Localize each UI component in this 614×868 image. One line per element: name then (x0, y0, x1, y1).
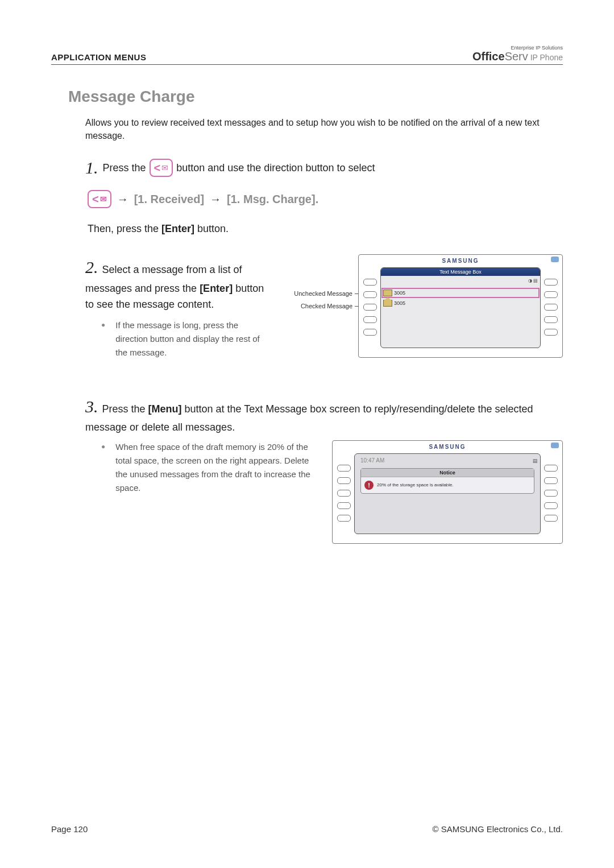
soft-key[interactable] (544, 515, 558, 522)
step-2-text: 2. Select a message from a list of messa… (85, 254, 273, 359)
soft-key[interactable] (337, 477, 351, 484)
message-hardkey-icon: < ✉ (88, 190, 111, 208)
step-1-pre: Press the (103, 162, 146, 174)
message-hardkey-icon: < ✉ (150, 159, 173, 177)
left-softkeys (337, 453, 351, 534)
brand-tail: IP Phone (528, 53, 563, 62)
soft-key[interactable] (544, 304, 558, 311)
soft-key[interactable] (363, 279, 377, 286)
screen-titlebar: Text Message Box (381, 268, 540, 276)
step-3-number: 3. (85, 397, 98, 416)
device-screen: ◑ ▤ Text Message Box 3005 3005 (380, 267, 541, 348)
chevron-left-icon: < (154, 162, 161, 173)
message-row-checked[interactable]: 3005 (383, 300, 538, 307)
content-body: Message Charge Allows you to review rece… (51, 65, 563, 544)
chevron-left-icon: < (92, 193, 99, 205)
phone-device-illustration: SAMSUNG 10:47 AM ▤ (332, 440, 563, 544)
step-2-main: 2. Select a message from a list of messa… (85, 254, 273, 312)
menu-key-label: [Menu] (148, 403, 182, 415)
brand-bold: Office (472, 50, 505, 63)
step-1-post: button and use the direction button to s… (176, 162, 375, 174)
screen-time: 10:47 AM (357, 455, 388, 466)
brand-light: Serv (505, 50, 528, 63)
notice-body-text: 20% of the storage space is available. (377, 482, 454, 488)
bullet-dot-icon: ● (101, 319, 105, 359)
phone-device-illustration: SAMSUNG ◑ ▤ Text Message Box (358, 254, 563, 358)
label-unchecked: Unchecked Message (279, 287, 352, 300)
soft-key[interactable] (337, 502, 351, 509)
message-sender: 3005 (394, 290, 405, 296)
then-post: button. (194, 223, 229, 234)
step-1-number: 1. (85, 158, 98, 177)
step-2-number: 2. (85, 258, 98, 276)
notice-popup: Notice ! 20% of the storage space is ava… (360, 468, 534, 494)
status-icons: ◑ ▤ (528, 278, 538, 283)
nav-received: [1. Received] (134, 193, 204, 206)
soft-key[interactable] (363, 291, 377, 298)
step-3: 3. Press the [Menu] button at the Text M… (68, 394, 563, 544)
arrow-right-icon: → (210, 193, 221, 206)
nav-msg-charge: [1. Msg. Charge]. (227, 193, 318, 206)
right-softkeys (544, 453, 558, 534)
notice-title: Notice (361, 469, 534, 477)
enter-key-label: [Enter] (161, 223, 194, 234)
page: APPLICATION MENUS Enterprise IP Solution… (0, 0, 614, 868)
step-2: 2. Select a message from a list of messa… (68, 254, 563, 359)
soft-key[interactable] (544, 291, 558, 298)
copyright: © SAMSUNG Electronics Co., Ltd. (433, 824, 563, 834)
message-sender: 3005 (394, 300, 405, 306)
intro-paragraph: Allows you to review received text messa… (68, 116, 563, 142)
power-led-icon (551, 257, 559, 262)
soft-key[interactable] (337, 465, 351, 472)
arrow-right-icon: → (117, 193, 128, 206)
envelope-icon: ✉ (161, 164, 168, 172)
step-1-line: 1. Press the < ✉ button and use the dire… (85, 158, 563, 177)
soft-key[interactable] (544, 465, 558, 472)
page-header: APPLICATION MENUS Enterprise IP Solution… (51, 46, 563, 65)
message-row-unchecked[interactable]: 3005 (383, 290, 538, 296)
soft-key[interactable] (544, 329, 558, 336)
step-2-bullet-text: If the message is long, press the direct… (115, 319, 273, 359)
section-title: Message Charge (68, 88, 563, 106)
enter-key-label: [Enter] (200, 283, 233, 294)
step-3-pre: Press the (102, 403, 148, 415)
device-screen: 10:47 AM ▤ Notice ! 20% of the storage s… (354, 453, 541, 534)
soft-key[interactable] (337, 490, 351, 497)
soft-key[interactable] (544, 502, 558, 509)
header-brand: Enterprise IP Solutions OfficeServ IP Ph… (472, 46, 563, 62)
soft-key[interactable] (363, 316, 377, 323)
then-pre: Then, press the (88, 223, 161, 234)
status-icon: ▤ (533, 458, 538, 464)
page-number: Page 120 (51, 824, 88, 834)
header-section-label: APPLICATION MENUS (51, 52, 146, 62)
callout-labels: Unchecked Message Checked Message (279, 254, 352, 312)
closed-envelope-icon (383, 290, 392, 296)
page-footer: Page 120 © SAMSUNG Electronics Co., Ltd. (51, 824, 563, 834)
soft-key[interactable] (363, 329, 377, 336)
info-icon: ! (364, 481, 374, 490)
step-3-bullet: ● When free space of the draft memory is… (85, 440, 317, 544)
soft-key[interactable] (544, 316, 558, 323)
step-3-main: 3. Press the [Menu] button at the Text M… (85, 394, 563, 436)
step-2-bullet: ● If the message is long, press the dire… (85, 319, 273, 359)
soft-key[interactable] (544, 490, 558, 497)
nav-path: < ✉ → [1. Received] → [1. Msg. Charge]. (88, 190, 563, 208)
left-softkeys (363, 267, 377, 348)
open-envelope-icon (383, 300, 392, 307)
step-1: 1. Press the < ✉ button and use the dire… (68, 158, 563, 235)
bullet-dot-icon: ● (101, 440, 105, 544)
envelope-icon: ✉ (100, 195, 107, 203)
step-1-then: Then, press the [Enter] button. (88, 223, 563, 235)
right-softkeys (544, 267, 558, 348)
soft-key[interactable] (337, 515, 351, 522)
device-brand: SAMSUNG (333, 441, 562, 450)
soft-key[interactable] (544, 477, 558, 484)
label-checked: Checked Message (279, 300, 352, 312)
device-brand: SAMSUNG (359, 255, 562, 264)
soft-key[interactable] (363, 304, 377, 311)
soft-key[interactable] (544, 279, 558, 286)
step-3-bullet-text: When free space of the draft memory is 2… (115, 440, 317, 544)
power-led-icon (551, 443, 559, 448)
